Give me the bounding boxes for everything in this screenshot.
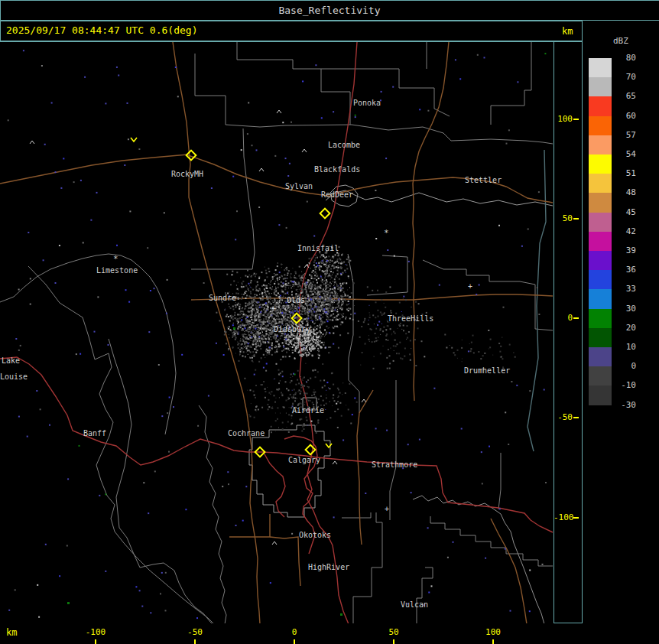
- radar-echo-pixel: [301, 272, 302, 272]
- town-caret-symbol: [304, 265, 309, 268]
- radar-echo-pixel: [129, 210, 131, 212]
- colorbar-panel: dBZ 807065605754514845423936333020100-10…: [583, 21, 659, 644]
- radar-echo-pixel: [258, 327, 258, 328]
- radar-echo-pixel: [8, 119, 9, 121]
- radar-echo-pixel: [79, 445, 80, 447]
- radar-echo-pixel: [274, 379, 274, 379]
- radar-echo-pixel: [346, 309, 348, 311]
- county-boundary-line: [28, 266, 214, 623]
- radar-echo-pixel: [222, 486, 223, 487]
- radar-echo-pixel: [313, 341, 314, 343]
- radar-map-canvas[interactable]: **+++PonokaLacombeBlackfaldsSylvanRedDee…: [0, 42, 553, 623]
- radar-echo-pixel: [291, 423, 293, 424]
- radar-echo-pixel: [297, 291, 298, 292]
- radar-echo-pixel: [294, 308, 295, 310]
- radar-echo-pixel: [255, 313, 257, 314]
- radar-echo-pixel: [471, 342, 472, 343]
- radar-echo-pixel: [278, 428, 279, 428]
- radar-echo-pixel: [245, 341, 247, 343]
- secondary-highway-line: [191, 294, 553, 300]
- radar-echo-pixel: [321, 346, 323, 348]
- county-boundary-line: [353, 512, 382, 623]
- radar-echo-pixel: [307, 323, 307, 324]
- radar-echo-pixel: [278, 287, 279, 288]
- radar-echo-pixel: [341, 314, 342, 314]
- radar-echo-pixel: [332, 405, 333, 406]
- radar-echo-pixel: [268, 324, 269, 324]
- radar-echo-pixel: [281, 275, 283, 277]
- radar-echo-pixel: [263, 367, 265, 369]
- radar-echo-pixel: [253, 299, 255, 301]
- radar-echo-pixel: [316, 432, 317, 434]
- radar-echo-pixel: [243, 351, 245, 353]
- radar-echo-pixel: [276, 349, 278, 350]
- radar-echo-pixel: [280, 413, 281, 414]
- radar-echo-pixel: [323, 313, 324, 314]
- radar-echo-pixel: [281, 297, 281, 298]
- radar-echo-pixel: [245, 486, 247, 487]
- radar-echo-pixel: [266, 363, 268, 365]
- radar-echo-pixel: [263, 354, 265, 356]
- radar-echo-pixel: [333, 307, 334, 308]
- radar-echo-pixel: [323, 254, 324, 255]
- radar-echo-pixel: [323, 344, 324, 346]
- radar-echo-pixel: [327, 284, 329, 285]
- radar-echo-pixel: [285, 281, 286, 281]
- radar-echo-pixel: [267, 350, 268, 351]
- radar-echo-pixel: [80, 353, 81, 355]
- radar-echo-pixel: [237, 288, 239, 290]
- radar-echo-pixel: [261, 307, 263, 308]
- radar-echo-pixel: [295, 305, 296, 306]
- radar-echo-pixel: [287, 342, 287, 343]
- radar-echo-pixel: [323, 255, 324, 257]
- radar-echo-pixel: [328, 319, 329, 320]
- radar-echo-pixel: [251, 326, 252, 327]
- radar-echo-pixel: [349, 298, 349, 299]
- radar-echo-pixel: [401, 329, 402, 330]
- radar-echo-pixel: [375, 428, 377, 429]
- radar-echo-pixel: [250, 317, 252, 318]
- radar-echo-pixel: [315, 396, 317, 398]
- radar-echo-pixel: [84, 76, 86, 78]
- radar-echo-pixel: [378, 321, 380, 323]
- radar-echo-pixel: [326, 272, 327, 274]
- radar-echo-pixel: [262, 338, 263, 339]
- radar-echo-pixel: [349, 308, 351, 310]
- radar-echo-pixel: [408, 261, 410, 262]
- radar-echo-pixel: [352, 414, 353, 415]
- radar-echo-pixel: [297, 346, 299, 348]
- radar-echo-pixel: [298, 392, 299, 392]
- radar-echo-pixel: [320, 306, 320, 307]
- radar-echo-pixel: [314, 311, 315, 311]
- radar-echo-pixel: [326, 308, 327, 310]
- radar-echo-pixel: [321, 278, 323, 279]
- radar-echo-pixel: [414, 339, 416, 340]
- radar-echo-pixel: [302, 314, 303, 315]
- radar-echo-pixel: [318, 340, 319, 340]
- radar-echo-pixel: [251, 346, 252, 348]
- radar-echo-pixel: [255, 338, 256, 340]
- radar-echo-pixel: [355, 115, 356, 116]
- radar-echo-pixel: [260, 341, 261, 343]
- radar-echo-pixel: [287, 278, 288, 279]
- radar-echo-pixel: [297, 278, 297, 279]
- radar-echo-pixel: [303, 348, 304, 350]
- radar-echo-pixel: [295, 308, 296, 309]
- radar-echo-pixel: [363, 321, 365, 323]
- radar-echo-pixel: [258, 345, 259, 346]
- radar-echo-pixel: [258, 314, 260, 315]
- radar-echo-pixel: [334, 297, 336, 298]
- radar-echo-pixel: [316, 307, 317, 308]
- radar-echo-pixel: [274, 402, 276, 403]
- radar-echo-pixel: [378, 316, 379, 317]
- radar-echo-pixel: [410, 359, 411, 361]
- radar-echo-pixel: [365, 343, 366, 343]
- town-caret-symbol: [302, 149, 307, 152]
- radar-echo-pixel: [286, 285, 287, 286]
- radar-echo-pixel: [342, 288, 344, 289]
- radar-echo-pixel: [246, 320, 247, 321]
- radar-echo-pixel: [335, 254, 336, 255]
- radar-echo-pixel: [279, 346, 281, 347]
- radar-echo-pixel: [312, 350, 313, 350]
- radar-echo-pixel: [348, 262, 349, 263]
